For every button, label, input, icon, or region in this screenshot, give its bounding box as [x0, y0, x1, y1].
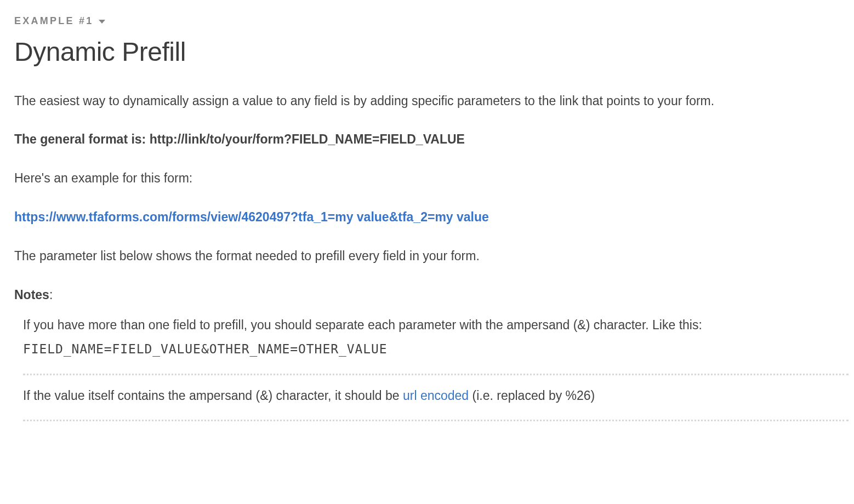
eyebrow-label: EXAMPLE #1 — [14, 13, 93, 29]
chevron-down-icon — [99, 20, 105, 24]
notes-heading-suffix: : — [49, 288, 53, 302]
param-list-note: The parameter list below shows the forma… — [14, 246, 849, 266]
notes-section: Notes: If you have more than one field t… — [14, 285, 849, 422]
example-selector[interactable]: EXAMPLE #1 — [14, 13, 849, 29]
note-item-1: If you have more than one field to prefi… — [23, 305, 849, 375]
example-link[interactable]: https://www.tfaforms.com/forms/view/4620… — [14, 210, 489, 224]
note2-prefix: If the value itself contains the ampersa… — [23, 388, 403, 403]
format-line: The general format is: http://link/to/yo… — [14, 129, 849, 150]
note2-suffix: (i.e. replaced by %26) — [469, 388, 595, 403]
notes-heading: Notes: — [14, 285, 849, 305]
note1-code: FIELD_NAME=FIELD_VALUE&OTHER_NAME=OTHER_… — [23, 342, 388, 356]
note1-prefix: If you have more than one field to prefi… — [23, 318, 702, 332]
notes-heading-bold: Notes — [14, 288, 49, 302]
example-intro: Here's an example for this form: — [14, 168, 849, 188]
example-link-row: https://www.tfaforms.com/forms/view/4620… — [14, 207, 849, 227]
document-page: EXAMPLE #1 Dynamic Prefill The easiest w… — [0, 0, 854, 434]
url-encoded-link[interactable]: url encoded — [403, 388, 469, 403]
format-prefix: The general format is: — [14, 132, 150, 146]
format-value: http://link/to/your/form?FIELD_NAME=FIEL… — [150, 132, 465, 146]
note-item-2: If the value itself contains the ampersa… — [23, 375, 849, 422]
intro-paragraph: The easiest way to dynamically assign a … — [14, 91, 849, 111]
page-title: Dynamic Prefill — [14, 31, 849, 73]
notes-list: If you have more than one field to prefi… — [14, 305, 849, 421]
